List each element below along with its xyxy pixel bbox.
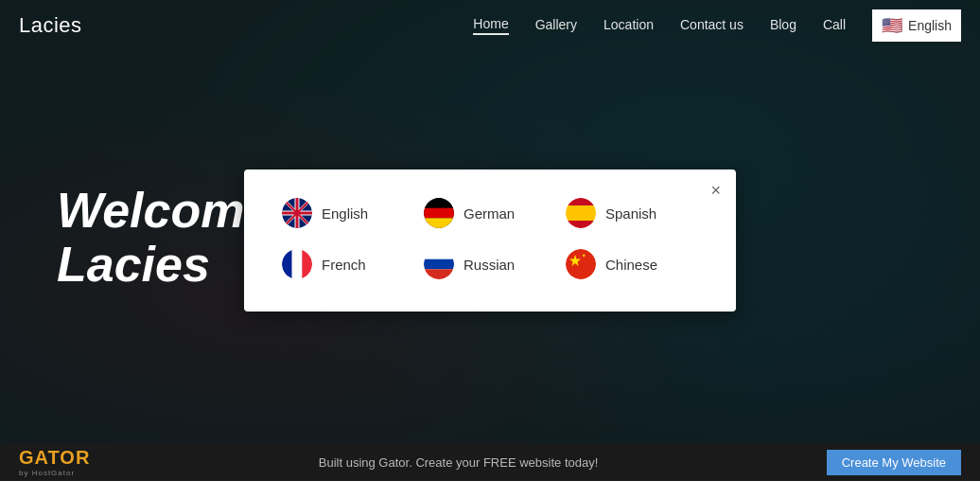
lang-item-english[interactable]: English [282,198,414,228]
lang-name-english: English [322,205,368,222]
flag-chinese [566,249,596,279]
flag-german [424,198,454,228]
modal-close-button[interactable]: × [710,181,721,201]
svg-rect-4 [424,208,454,219]
svg-rect-8 [566,205,596,221]
svg-rect-12 [292,249,303,279]
svg-rect-13 [302,249,312,279]
svg-rect-9 [566,221,596,228]
flag-spanish [566,198,596,228]
svg-rect-11 [282,249,292,279]
svg-rect-7 [566,198,596,205]
lang-item-chinese[interactable]: Chinese [566,249,698,279]
svg-point-18 [566,249,596,279]
lang-item-spanish[interactable]: Spanish [566,198,698,228]
flag-french [282,249,312,279]
flag-russian [424,249,454,279]
lang-item-french[interactable]: French [282,249,414,279]
modal-overlay: × English [0,0,980,481]
flag-english [282,198,312,228]
lang-name-spanish: Spanish [605,205,656,222]
lang-name-german: German [464,205,515,222]
lang-name-french: French [322,257,366,273]
language-modal: × English [244,169,736,312]
lang-item-german[interactable]: German [424,198,556,228]
svg-rect-17 [424,269,454,279]
svg-rect-16 [424,259,454,270]
svg-rect-15 [424,249,454,259]
language-grid: English German [282,198,698,279]
svg-rect-5 [424,218,454,228]
svg-rect-3 [424,198,454,208]
lang-name-chinese: Chinese [605,257,657,273]
lang-name-russian: Russian [464,257,515,273]
lang-item-russian[interactable]: Russian [424,249,556,279]
